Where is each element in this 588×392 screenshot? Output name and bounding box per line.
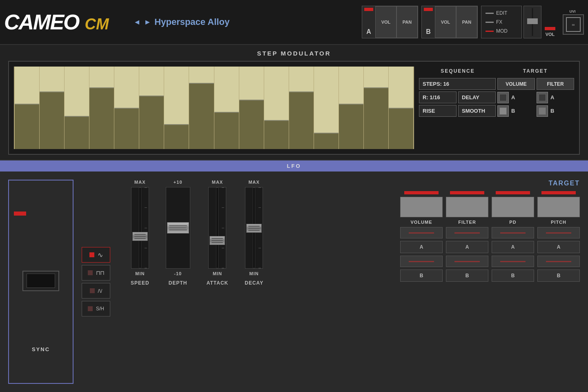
filter-a-letter-btn[interactable]: A <box>446 241 488 253</box>
step-bar-5[interactable] <box>114 67 139 149</box>
step-bar-11[interactable] <box>264 67 289 149</box>
step-bar-13[interactable] <box>314 67 339 149</box>
target-filter-col: FILTER A B <box>446 191 488 282</box>
sync-button[interactable] <box>22 271 59 291</box>
volume-b-letter-btn[interactable]: B <box>400 270 443 282</box>
channel-b-vol-button[interactable]: VOL <box>435 6 456 38</box>
filter-sub-button-2[interactable] <box>446 256 488 267</box>
step-bar-6[interactable] <box>139 67 164 149</box>
depth-slider[interactable]: 0 <box>166 187 190 269</box>
pitch-a-letter-btn[interactable]: A <box>537 241 580 253</box>
step-bar-14[interactable] <box>339 67 363 149</box>
step-bar-2[interactable] <box>40 67 64 149</box>
edit-button[interactable]: EDIT <box>486 10 517 16</box>
channel-a-pan-button[interactable]: PAN <box>396 6 418 38</box>
lfo-section: LFO SYNC ∿ ⊓⊓ <box>0 160 588 392</box>
volume-sub-button-1[interactable] <box>400 227 443 238</box>
filter-sub-button-1[interactable] <box>446 227 488 238</box>
master-vol-fader[interactable] <box>523 6 541 38</box>
nav-prev-button[interactable]: ◄ <box>134 18 141 27</box>
step-bar-3[interactable] <box>65 67 89 149</box>
step-bars-display[interactable] <box>14 67 414 149</box>
pd-sub-button-2[interactable] <box>492 256 534 267</box>
speed-slider[interactable] <box>131 187 149 269</box>
step-modulator-inner: SEQUENCE TARGET STEPS: 16 VOLUME FILTER … <box>8 61 580 155</box>
main-content: STEP MODULATOR SEQUENCE TARGET STEPS: 16… <box>0 45 588 392</box>
nav-next-button[interactable]: ► <box>144 18 151 27</box>
pitch-col-label: PITCH <box>551 220 566 225</box>
wave-sh-button[interactable]: S/H <box>82 301 110 316</box>
pd-col-label: PD <box>509 220 516 225</box>
step-bar-14-bottom <box>339 105 363 149</box>
decay-slider[interactable] <box>245 187 263 269</box>
smooth-field[interactable]: SMOOTH <box>458 105 496 117</box>
step-bar-12[interactable] <box>289 67 314 149</box>
logo: CAMEO CM <box>4 10 109 34</box>
volume-sub-button-2[interactable] <box>400 256 443 267</box>
vol-red-indicator <box>545 27 555 30</box>
wave-square-button[interactable]: ⊓⊓ <box>82 265 110 281</box>
fx-button[interactable]: FX <box>486 19 517 25</box>
wave-saw-button[interactable]: /\/ <box>82 283 110 298</box>
wave-sine-button[interactable]: ∿ <box>82 247 110 263</box>
volume-a-small-button[interactable] <box>497 92 509 103</box>
wave-sh-symbol: S/H <box>96 306 104 312</box>
step-bar-7[interactable] <box>164 67 189 149</box>
step-bar-1[interactable] <box>15 67 39 149</box>
step-bar-16[interactable] <box>389 67 413 149</box>
atick2 <box>222 207 224 208</box>
step-bar-6-top <box>139 67 164 96</box>
pitch-b-letter-btn[interactable]: B <box>537 270 580 282</box>
a-line1 <box>212 238 223 239</box>
dtick1 <box>258 187 261 188</box>
mod-button[interactable]: MOD <box>486 28 517 34</box>
depth-thumb-lines <box>167 223 189 233</box>
volume-main-button[interactable] <box>400 197 443 217</box>
attack-slider[interactable] <box>208 187 226 269</box>
filter-b-letter-btn[interactable]: B <box>446 270 488 282</box>
step-bar-9-bottom <box>214 113 239 149</box>
step-bar-4-top <box>89 67 114 87</box>
vol-fader-thumb[interactable] <box>527 18 538 24</box>
step-bar-11-top <box>264 67 289 120</box>
filter-main-button[interactable] <box>446 197 488 217</box>
rate-field[interactable]: R: 1/16 <box>419 91 457 103</box>
step-bar-10[interactable] <box>239 67 264 149</box>
depth-name: DEPTH <box>169 280 187 286</box>
pd-sub-button-1[interactable] <box>492 227 534 238</box>
lfo-wave-buttons: ∿ ⊓⊓ /\/ S/H <box>82 180 110 384</box>
pd-a-letter-btn[interactable]: A <box>492 241 534 253</box>
channel-a-vol-button[interactable]: VOL <box>375 6 396 38</box>
pd-b-letter-btn[interactable]: B <box>492 270 534 282</box>
delay-field[interactable]: DELAY <box>458 91 496 103</box>
d-line2 <box>169 227 187 228</box>
filter-target-button[interactable]: FILTER <box>537 78 574 90</box>
pd-red-line-1 <box>500 232 525 234</box>
rise-field[interactable]: RISE <box>419 105 457 117</box>
fx-icon <box>486 22 494 23</box>
channel-b-group: B VOL PAN <box>421 6 478 38</box>
volume-b-small-button[interactable] <box>497 105 509 117</box>
sync-label: SYNC <box>32 346 50 352</box>
filter-a-small-button[interactable] <box>537 92 548 103</box>
step-bar-8[interactable] <box>189 67 214 149</box>
volume-a-letter-btn[interactable]: A <box>400 241 443 253</box>
volume-target-button[interactable]: VOLUME <box>497 78 535 90</box>
step-bar-4[interactable] <box>89 67 114 149</box>
lfo-content: SYNC ∿ ⊓⊓ /\/ S/H <box>0 172 588 392</box>
volume-b-label: B <box>511 108 515 114</box>
edit-icon <box>486 13 494 14</box>
channel-a-indicator <box>364 8 373 11</box>
step-bar-9[interactable] <box>214 67 239 149</box>
step-bar-15[interactable] <box>364 67 388 149</box>
pitch-main-button[interactable] <box>537 197 580 217</box>
pitch-sub-button-1[interactable] <box>537 227 580 238</box>
steps-field[interactable]: STEPS: 16 <box>419 78 496 90</box>
tick2 <box>145 207 147 208</box>
pitch-sub-button-2[interactable] <box>537 256 580 267</box>
filter-b-small-button[interactable] <box>537 105 548 117</box>
pd-red-bar <box>496 191 530 194</box>
channel-b-pan-button[interactable]: PAN <box>456 6 477 38</box>
volume-col-label: VOLUME <box>410 220 432 225</box>
pd-main-button[interactable] <box>492 197 534 217</box>
